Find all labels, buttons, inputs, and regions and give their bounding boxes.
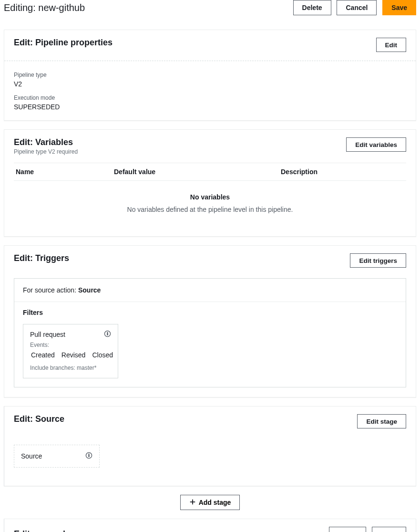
add-stage-label: Add stage xyxy=(199,499,231,506)
pipeline-type: Pipeline type V2 xyxy=(14,72,406,88)
trigger-source-prefix: For source action: xyxy=(23,286,78,294)
source-stage-heading: Edit: Source xyxy=(14,414,64,424)
events-label: Events: xyxy=(30,342,111,348)
manual-delete-button[interactable]: Delete xyxy=(329,527,367,532)
trigger-source-name: Source xyxy=(78,286,101,294)
event-revised: Revised xyxy=(61,351,86,359)
variables-empty-title: No variables xyxy=(14,181,406,206)
variables-empty-subtitle: No variables defined at the pipeline lev… xyxy=(14,206,406,227)
pipeline-properties-panel: Edit: Pipeline properties Edit Pipeline … xyxy=(4,30,416,121)
source-stage-panel: Edit: Source Edit stage Source xyxy=(4,406,416,486)
source-node-label: Source xyxy=(21,452,42,460)
edit-triggers-button[interactable]: Edit triggers xyxy=(350,253,406,268)
save-button[interactable]: Save xyxy=(382,0,416,15)
trigger-source-box: For source action: Source Filters Pull r… xyxy=(14,278,406,387)
execution-mode: Execution mode SUPERSEDED xyxy=(14,94,406,111)
branches-value: master* xyxy=(77,365,96,371)
header-actions: Delete Cancel Save xyxy=(293,0,416,15)
events-list: Created Revised Closed xyxy=(30,351,111,359)
svg-point-4 xyxy=(89,454,90,455)
add-stage-button[interactable]: Add stage xyxy=(180,495,240,510)
triggers-panel: Edit: Triggers Edit triggers For source … xyxy=(4,245,416,397)
filter-card: Pull request Events: Created Revised Clo… xyxy=(23,324,118,378)
info-icon[interactable] xyxy=(104,330,111,339)
manual-stage-panel: Edit: manual Cancel Delete Done Add entr… xyxy=(4,519,416,532)
pipeline-type-value: V2 xyxy=(14,80,406,88)
variables-table-header: Name Default value Description xyxy=(14,163,406,181)
variables-panel: Edit: Variables Pipeline type V2 require… xyxy=(4,129,416,237)
page-header: Editing: new-github Delete Cancel Save xyxy=(0,0,420,25)
manual-done-button[interactable]: Done xyxy=(372,527,406,532)
pipeline-type-label: Pipeline type xyxy=(14,72,406,78)
manual-cancel-button[interactable]: Cancel xyxy=(295,529,327,532)
manual-stage-actions: Cancel Delete Done xyxy=(295,527,406,532)
manual-stage-heading: Edit: manual xyxy=(14,529,65,532)
add-stage-row: Add stage xyxy=(0,495,420,510)
branches-label: Include branches: xyxy=(30,365,77,371)
svg-point-1 xyxy=(107,332,108,333)
col-name: Name xyxy=(14,163,114,180)
plus-icon xyxy=(189,499,196,507)
pipeline-properties-heading: Edit: Pipeline properties xyxy=(14,38,113,48)
svg-rect-5 xyxy=(89,455,89,457)
edit-source-stage-button[interactable]: Edit stage xyxy=(357,414,406,428)
edit-properties-button[interactable]: Edit xyxy=(376,38,407,52)
filter-type: Pull request xyxy=(30,331,65,338)
execution-mode-label: Execution mode xyxy=(14,94,406,101)
include-branches: Include branches: master* xyxy=(30,365,111,371)
source-node[interactable]: Source xyxy=(14,445,100,468)
execution-mode-value: SUPERSEDED xyxy=(14,103,406,111)
triggers-heading: Edit: Triggers xyxy=(14,253,69,263)
event-created: Created xyxy=(31,351,55,359)
info-icon[interactable] xyxy=(85,452,92,460)
delete-button[interactable]: Delete xyxy=(293,0,331,15)
svg-rect-2 xyxy=(107,333,108,335)
cancel-button[interactable]: Cancel xyxy=(337,0,377,15)
page-title: Editing: new-github xyxy=(4,2,85,13)
col-description: Description xyxy=(281,163,406,180)
variables-heading: Edit: Variables xyxy=(14,137,78,147)
edit-variables-button[interactable]: Edit variables xyxy=(346,137,406,152)
col-default: Default value xyxy=(114,163,281,180)
filters-title: Filters xyxy=(23,309,397,316)
trigger-source-label: For source action: Source xyxy=(14,279,406,302)
event-closed: Closed xyxy=(92,351,113,359)
variables-subtitle: Pipeline type V2 required xyxy=(14,148,78,155)
